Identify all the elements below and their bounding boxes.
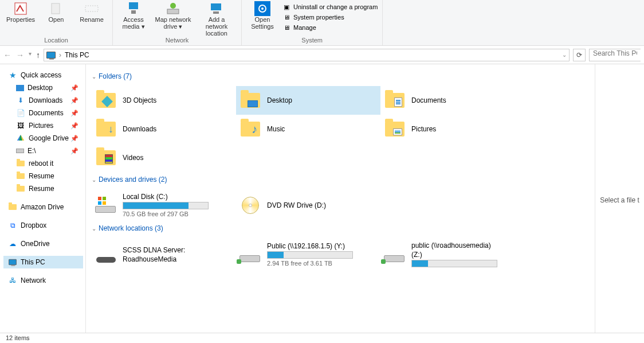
manage-button[interactable]: 🖥Manage bbox=[282, 23, 378, 32]
documents-icon: 📄 bbox=[16, 108, 25, 118]
chevron-right-icon: › bbox=[59, 51, 61, 59]
nav-resume-2[interactable]: Resume bbox=[3, 182, 83, 195]
pin-icon: 📌 bbox=[70, 135, 78, 142]
nav-e-drive[interactable]: E:\📌 bbox=[3, 145, 83, 157]
chevron-down-icon: ⌄ bbox=[92, 73, 96, 80]
up-button[interactable]: ↑ bbox=[36, 50, 40, 60]
dropbox-icon: ⧉ bbox=[8, 221, 17, 230]
forward-button[interactable]: → bbox=[16, 50, 24, 60]
address-box[interactable]: › This PC ⌄ bbox=[44, 49, 570, 61]
folder-3d-objects[interactable]: 3D Objects bbox=[92, 86, 236, 115]
svg-rect-5 bbox=[167, 9, 179, 14]
add-location-icon bbox=[208, 1, 225, 16]
map-drive-label: Map network drive ▾ bbox=[153, 16, 193, 30]
properties-icon bbox=[12, 1, 29, 16]
drive-usage-bar bbox=[267, 251, 353, 259]
add-location-label: Add a network location bbox=[197, 16, 237, 37]
recent-button[interactable]: ▾ bbox=[29, 50, 32, 60]
section-folders[interactable]: ⌄Folders (7) bbox=[92, 72, 589, 80]
folder-icon bbox=[8, 202, 17, 212]
system-properties-button[interactable]: 🖥System properties bbox=[282, 13, 378, 22]
folder-icon bbox=[241, 93, 260, 108]
folder-documents[interactable]: Documents bbox=[380, 86, 525, 115]
server-icon bbox=[96, 257, 116, 263]
nav-amazon-drive[interactable]: Amazon Drive bbox=[3, 201, 83, 213]
ribbon-group-network: Access media ▾ Map network drive ▾ Add a… bbox=[113, 0, 242, 45]
breadcrumb-this-pc[interactable]: This PC bbox=[65, 51, 89, 59]
netloc-scss-server[interactable]: SCSS DLNA Server:RoadhouseMedia bbox=[92, 238, 236, 271]
svg-rect-7 bbox=[211, 3, 221, 10]
media-icon bbox=[125, 1, 142, 16]
folder-icon bbox=[16, 171, 25, 181]
folder-icon: ♪ bbox=[241, 122, 260, 137]
netloc-public-y[interactable]: Public (\\192.168.1.5) (Y:) 2.94 TB free… bbox=[236, 238, 380, 271]
open-settings-button[interactable]: Open Settings bbox=[246, 1, 278, 32]
nav-downloads[interactable]: ⬇Downloads📌 bbox=[3, 94, 83, 107]
section-network-locations[interactable]: ⌄Network locations (3) bbox=[92, 224, 589, 232]
pin-icon: 📌 bbox=[70, 110, 78, 117]
drive-usage-bar bbox=[411, 260, 497, 267]
nav-pictures[interactable]: 🖼Pictures📌 bbox=[3, 119, 83, 132]
map-drive-icon bbox=[164, 1, 182, 16]
body: ★Quick access Desktop📌 ⬇Downloads📌 📄Docu… bbox=[0, 64, 644, 333]
search-input[interactable] bbox=[589, 49, 641, 61]
folder-downloads[interactable]: ↓Downloads bbox=[92, 115, 236, 143]
open-settings-label: Open Settings bbox=[246, 16, 278, 30]
nav-google-drive[interactable]: Google Drive📌 bbox=[3, 132, 83, 145]
add-location-button[interactable]: Add a network location bbox=[197, 1, 237, 37]
folder-videos[interactable]: Videos bbox=[92, 143, 236, 172]
svg-rect-8 bbox=[213, 11, 219, 14]
nav-documents[interactable]: 📄Documents📌 bbox=[3, 107, 83, 119]
google-drive-icon bbox=[16, 134, 25, 143]
open-icon bbox=[48, 1, 65, 16]
map-drive-button[interactable]: Map network drive ▾ bbox=[153, 1, 193, 37]
nav-reboot-it[interactable]: reboot it bbox=[3, 157, 83, 170]
section-drives[interactable]: ⌄Devices and drives (2) bbox=[92, 176, 589, 184]
network-drive-icon bbox=[384, 246, 406, 263]
folder-icon bbox=[96, 150, 116, 165]
nav-this-pc[interactable]: This PC bbox=[3, 256, 83, 268]
properties-button[interactable]: Properties bbox=[5, 1, 37, 23]
status-bar: 12 items bbox=[0, 333, 644, 343]
ribbon-group-network-label: Network bbox=[166, 37, 189, 45]
this-pc-icon bbox=[46, 52, 56, 59]
folder-icon bbox=[385, 122, 405, 137]
chevron-down-icon: ⌄ bbox=[92, 177, 96, 183]
open-label: Open bbox=[49, 16, 64, 23]
status-item-count: 12 items bbox=[6, 334, 30, 341]
uninstall-button[interactable]: ▣Uninstall or change a program bbox=[282, 2, 378, 11]
this-pc-icon bbox=[8, 258, 17, 267]
folder-icon bbox=[16, 159, 25, 168]
rename-button[interactable]: Rename bbox=[76, 1, 108, 23]
nav-resume-1[interactable]: Resume bbox=[3, 170, 83, 182]
back-button[interactable]: ← bbox=[3, 50, 11, 60]
netloc-public-z[interactable]: public (\\roadhousemedia) (Z:) bbox=[380, 238, 525, 271]
access-media-button[interactable]: Access media ▾ bbox=[117, 1, 150, 37]
drive-icon bbox=[16, 149, 24, 153]
desktop-icon bbox=[16, 85, 24, 91]
settings-icon bbox=[254, 1, 271, 16]
downloads-icon: ⬇ bbox=[16, 96, 25, 105]
nav-tree: ★Quick access Desktop📌 ⬇Downloads📌 📄Docu… bbox=[0, 64, 86, 333]
drive-local-c[interactable]: Local Disk (C:) 70.5 GB free of 297 GB bbox=[92, 189, 236, 221]
content-area: ⌄Folders (7) 3D Objects Desktop Document… bbox=[86, 64, 595, 333]
open-button[interactable]: Open bbox=[40, 1, 72, 23]
refresh-button[interactable]: ⟳ bbox=[573, 49, 586, 61]
svg-point-11 bbox=[261, 7, 264, 10]
nav-quick-access[interactable]: ★Quick access bbox=[3, 69, 83, 81]
nav-dropbox[interactable]: ⧉Dropbox bbox=[3, 219, 83, 232]
drive-dvd-d[interactable]: DVD RW Drive (D:) bbox=[236, 189, 380, 221]
pin-icon: 📌 bbox=[70, 147, 78, 155]
nav-desktop[interactable]: Desktop📌 bbox=[3, 81, 83, 94]
folder-desktop[interactable]: Desktop bbox=[236, 86, 380, 115]
chevron-down-icon[interactable]: ⌄ bbox=[562, 52, 567, 58]
folder-icon bbox=[385, 93, 405, 108]
nav-onedrive[interactable]: ☁OneDrive bbox=[3, 237, 83, 250]
folder-pictures[interactable]: Pictures bbox=[380, 115, 525, 143]
nav-network[interactable]: 🖧Network bbox=[3, 274, 83, 287]
dvd-icon bbox=[242, 197, 259, 214]
ribbon-group-location-label: Location bbox=[44, 37, 68, 45]
monitor-icon: 🖥 bbox=[282, 13, 291, 22]
ribbon-group-system-label: System bbox=[301, 37, 323, 45]
folder-music[interactable]: ♪Music bbox=[236, 115, 380, 143]
